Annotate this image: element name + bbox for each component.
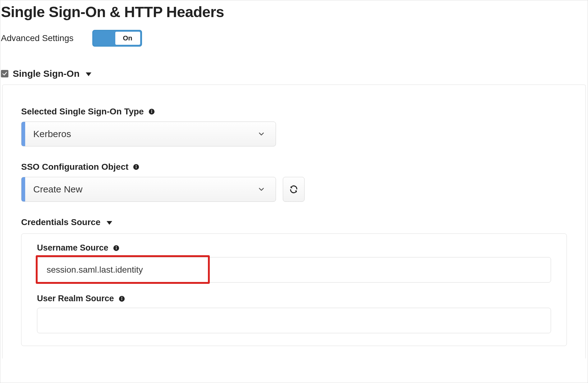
svg-point-8 <box>116 246 117 247</box>
svg-rect-7 <box>116 247 117 249</box>
info-icon[interactable] <box>118 295 125 302</box>
svg-rect-4 <box>136 166 136 168</box>
sso-checkbox[interactable] <box>1 70 8 77</box>
sso-config-object-label: SSO Configuration Object <box>21 162 128 172</box>
sso-type-label: Selected Single Sign-On Type <box>21 107 144 117</box>
user-realm-source-input[interactable] <box>37 308 551 333</box>
sso-panel: Selected Single Sign-On Type Kerberos SS… <box>2 85 586 358</box>
sso-config-object-select[interactable]: Create New <box>21 177 276 202</box>
advanced-settings-toggle[interactable]: On <box>92 30 142 47</box>
select-active-bar <box>21 177 25 201</box>
advanced-settings-label: Advanced Settings <box>1 33 74 43</box>
sso-section-title: Single Sign-On <box>13 68 80 79</box>
info-icon[interactable] <box>148 108 155 115</box>
credentials-source-header[interactable]: Credentials Source <box>21 217 567 227</box>
chevron-down-icon <box>255 183 268 196</box>
sso-type-value: Kerberos <box>25 129 255 139</box>
caret-down-icon <box>107 221 112 225</box>
page-title: Single Sign-On & HTTP Headers <box>0 3 588 21</box>
toggle-knob: On <box>115 32 140 45</box>
user-realm-source-label: User Realm Source <box>37 294 114 303</box>
sso-section-header[interactable]: Single Sign-On <box>0 68 588 79</box>
select-active-bar <box>21 122 25 146</box>
credentials-source-title: Credentials Source <box>21 217 100 227</box>
chevron-down-icon <box>255 128 268 140</box>
check-icon <box>2 71 7 76</box>
svg-point-11 <box>121 297 122 298</box>
svg-point-5 <box>136 165 137 166</box>
caret-down-icon <box>86 72 91 76</box>
svg-rect-1 <box>151 111 152 113</box>
username-source-input[interactable] <box>37 257 551 283</box>
svg-point-2 <box>151 110 152 111</box>
info-icon[interactable] <box>133 164 140 170</box>
sso-config-object-value: Create New <box>25 184 255 195</box>
refresh-icon <box>289 185 298 194</box>
svg-rect-10 <box>122 298 122 300</box>
sso-type-select[interactable]: Kerberos <box>21 122 276 146</box>
info-icon[interactable] <box>113 245 120 251</box>
refresh-button[interactable] <box>283 177 305 202</box>
username-source-label: Username Source <box>37 243 108 253</box>
credentials-source-panel: Username Source User Realm Source <box>21 233 567 346</box>
